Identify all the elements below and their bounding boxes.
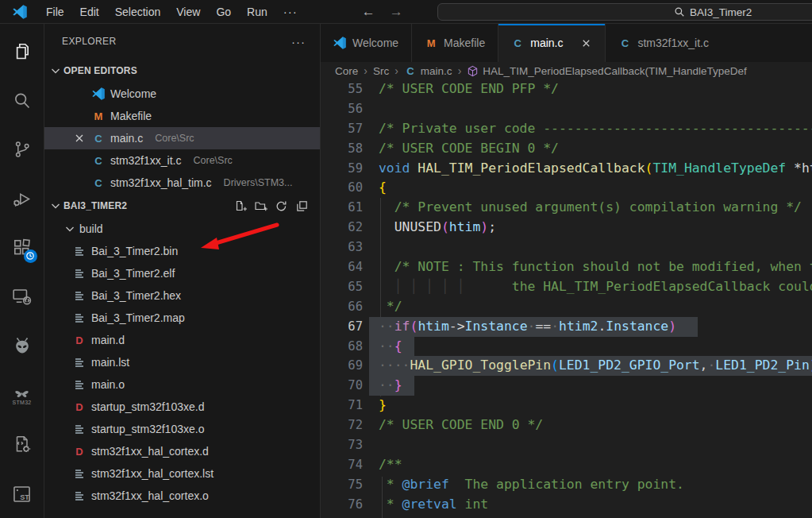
tree-file-Bai_3_Timer2.map[interactable]: Bai_3_Timer2.map xyxy=(44,307,320,329)
tree-file-Bai_3_Timer2.bin[interactable]: Bai_3_Timer2.bin xyxy=(44,240,320,262)
tree-file-stm32f1xx_hal_cortex.d[interactable]: Dstm32f1xx_hal_cortex.d xyxy=(44,440,320,462)
code-line-63[interactable]: 63 xyxy=(321,238,812,257)
line-number[interactable]: 64 xyxy=(321,257,363,277)
tree-file-startup_stm32f103xe.o[interactable]: startup_stm32f103xe.o xyxy=(44,418,320,440)
open-editor-Welcome[interactable]: Welcome xyxy=(44,83,320,105)
code-line-56[interactable]: 56 xyxy=(321,99,812,119)
eide-alien-icon[interactable] xyxy=(0,322,44,371)
command-center-search[interactable]: BAI3_Timer2 xyxy=(437,3,812,21)
breadcrumb-item[interactable]: Src xyxy=(373,65,389,77)
line-number[interactable]: 69 xyxy=(321,356,363,376)
collapse-folders-icon[interactable] xyxy=(295,199,309,213)
tab-Makefile[interactable]: MMakefile xyxy=(412,24,498,62)
line-number[interactable]: 76 xyxy=(321,495,363,515)
menu-edit[interactable]: Edit xyxy=(72,0,107,24)
sidebar-more-actions-icon[interactable]: ··· xyxy=(291,35,306,48)
line-number[interactable]: 65 xyxy=(321,277,363,297)
line-number[interactable]: 62 xyxy=(321,218,363,238)
code-line-74[interactable]: 74/** xyxy=(321,455,812,475)
breadcrumb-item[interactable]: Cmain.c xyxy=(404,65,452,77)
breadcrumb[interactable]: Core›Src›Cmain.c›HAL_TIM_PeriodElapsedCa… xyxy=(321,62,812,79)
menu-overflow-icon[interactable]: ··· xyxy=(275,5,306,18)
code-line-75[interactable]: 75 * @brief The application entry point. xyxy=(321,475,812,495)
menu-go[interactable]: Go xyxy=(208,0,239,24)
menu-view[interactable]: View xyxy=(168,0,208,24)
open-editor-stm32f1xx_hal_tim.c[interactable]: Cstm32f1xx_hal_tim.cDrivers\STM3... xyxy=(44,172,320,194)
line-number[interactable]: 57 xyxy=(321,119,363,139)
open-editor-stm32f1xx_it.c[interactable]: Cstm32f1xx_it.cCore\Src xyxy=(44,149,320,172)
tree-file-Bai_3_Timer2.elf[interactable]: Bai_3_Timer2.elf xyxy=(44,262,320,284)
line-number[interactable]: 72 xyxy=(321,416,363,435)
refresh-icon[interactable] xyxy=(275,199,288,213)
code-line-57[interactable]: 57/* Private user code -----------------… xyxy=(321,119,812,139)
tree-file-startup_stm32f103xe.d[interactable]: Dstartup_stm32f103xe.d xyxy=(44,396,320,418)
code-config-icon[interactable] xyxy=(0,419,44,469)
close-icon[interactable] xyxy=(73,132,86,145)
line-number[interactable]: 60 xyxy=(321,178,363,198)
open-editor-Makefile[interactable]: MMakefile xyxy=(44,105,320,127)
menu-file[interactable]: File xyxy=(38,0,72,24)
forward-icon[interactable]: → xyxy=(383,4,410,20)
open-editors-header[interactable]: OPEN EDITORS xyxy=(44,59,320,83)
line-number[interactable]: 67 xyxy=(321,317,363,337)
code-line-60[interactable]: 60{ xyxy=(321,178,812,198)
line-number[interactable]: 63 xyxy=(321,238,363,257)
stm32-butterfly-icon[interactable]: STM32 xyxy=(0,371,44,420)
tree-file-main.o[interactable]: main.o xyxy=(44,373,320,396)
line-number[interactable]: 55 xyxy=(321,79,363,99)
line-number[interactable]: 61 xyxy=(321,198,363,218)
code-line-66[interactable]: 66 */ xyxy=(321,297,812,317)
st-box-icon[interactable]: ST xyxy=(0,469,44,518)
line-number[interactable]: 59 xyxy=(321,159,363,179)
tree-file-main.lst[interactable]: main.lst xyxy=(44,351,320,373)
new-folder-icon[interactable] xyxy=(254,199,267,213)
line-number[interactable]: 68 xyxy=(321,337,363,357)
breadcrumb-item[interactable]: Core xyxy=(335,65,358,77)
code-line-71[interactable]: 71} xyxy=(321,396,812,416)
line-number[interactable]: 56 xyxy=(321,99,363,119)
code-line-58[interactable]: 58/* USER CODE BEGIN 0 */ xyxy=(321,139,812,159)
open-editor-main.c[interactable]: Cmain.cCore\Src xyxy=(44,127,320,149)
code-line-69[interactable]: 69····HAL_GPIO_TogglePin(LED1_PD2_GPIO_P… xyxy=(321,356,812,376)
tab-stm32f1xx_it.c[interactable]: Cstm32f1xx_it.c xyxy=(606,24,756,62)
code-line-70[interactable]: 70··} xyxy=(321,376,812,396)
tree-file-main.d[interactable]: Dmain.d xyxy=(44,329,320,351)
code-line-72[interactable]: 72/* USER CODE END 0 */ xyxy=(321,416,812,435)
explorer-icon[interactable] xyxy=(0,27,44,76)
code-line-64[interactable]: 64 /* NOTE : This function should not be… xyxy=(321,257,812,277)
tab-main.c[interactable]: Cmain.c xyxy=(498,24,606,62)
code-line-73[interactable]: 73 xyxy=(321,435,812,455)
tab-Welcome[interactable]: Welcome xyxy=(321,24,412,62)
code-line-68[interactable]: 68··{ xyxy=(321,337,812,357)
code-line-67[interactable]: 67··if(htim->Instance·==·htim2.Instance) xyxy=(321,317,812,337)
code-line-76[interactable]: 76 * @retval int xyxy=(321,495,812,515)
new-file-icon[interactable] xyxy=(233,199,247,213)
search-icon[interactable] xyxy=(0,76,44,126)
remote-explorer-icon[interactable] xyxy=(0,273,44,322)
tree-file-stm32f1xx_hal_cortex.o[interactable]: stm32f1xx_hal_cortex.o xyxy=(44,485,320,507)
line-number[interactable]: 74 xyxy=(321,455,363,475)
tree-file-stm32f1xx_hal_cortex.lst[interactable]: stm32f1xx_hal_cortex.lst xyxy=(44,462,320,485)
line-number[interactable]: 70 xyxy=(321,376,363,396)
code-line-59[interactable]: 59void HAL_TIM_PeriodElapsedCallback(TIM… xyxy=(321,159,812,179)
breadcrumb-item[interactable]: HAL_TIM_PeriodElapsedCallback(TIM_Handle… xyxy=(467,65,746,77)
line-number[interactable]: 75 xyxy=(321,475,363,495)
code-editor[interactable]: 55/* USER CODE END PFP */5657/* Private … xyxy=(321,79,812,518)
code-line-55[interactable]: 55/* USER CODE END PFP */ xyxy=(321,79,812,99)
tree-file-Bai_3_Timer2.hex[interactable]: Bai_3_Timer2.hex xyxy=(44,284,320,307)
line-number[interactable]: 73 xyxy=(321,435,363,455)
run-and-debug-icon[interactable] xyxy=(0,174,44,223)
menu-run[interactable]: Run xyxy=(239,0,275,24)
line-number[interactable]: 58 xyxy=(321,139,363,159)
source-control-icon[interactable] xyxy=(0,126,44,175)
close-tab-icon[interactable] xyxy=(580,37,592,49)
tree-folder-build[interactable]: build xyxy=(44,218,320,240)
code-line-61[interactable]: 61 /* Prevent unused argument(s) compila… xyxy=(321,198,812,218)
code-line-65[interactable]: 65 │ │ │ │ │ the HAL_TIM_PeriodElapsedCa… xyxy=(321,277,812,297)
line-number[interactable]: 66 xyxy=(321,297,363,317)
project-section-header[interactable]: BAI3_TIMER2 xyxy=(44,194,320,218)
menu-selection[interactable]: Selection xyxy=(107,0,169,24)
line-number[interactable]: 71 xyxy=(321,396,363,416)
extensions-icon[interactable] xyxy=(0,223,44,273)
code-line-62[interactable]: 62 UNUSED(htim); xyxy=(321,218,812,238)
